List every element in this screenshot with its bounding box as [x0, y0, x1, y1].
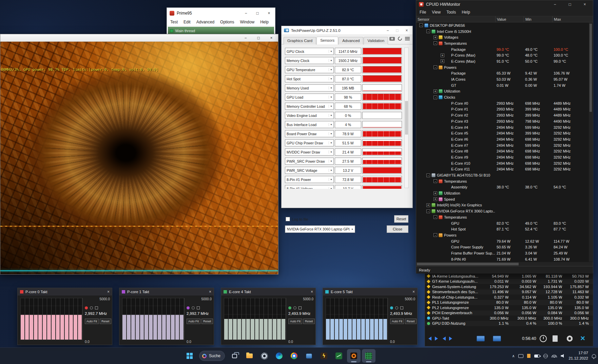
vertical-scrollbar[interactable] [589, 23, 593, 262]
tree-expander-icon[interactable]: - [433, 96, 437, 99]
sensor-tree-row[interactable]: - Intel Core i5 12500H [416, 28, 593, 35]
tree-expander-icon[interactable]: + [441, 59, 444, 63]
close-button[interactable]: × [403, 28, 410, 33]
reset-button[interactable]: Reset [100, 319, 111, 324]
sensor-tree-row[interactable]: P-Core #2 2993 MHz 399 MHz 4489 MHz [416, 112, 593, 118]
sensor-tree-row[interactable]: E-Core #9 2494 MHz 698 MHz 3292 MHz [416, 154, 593, 160]
menu-item[interactable]: Tools [446, 10, 456, 15]
close-button[interactable]: × [268, 36, 275, 40]
sensor-tree-row[interactable]: - Powers [416, 64, 593, 70]
sensor-select[interactable]: Bus Interface Load ▾ [285, 121, 334, 128]
tree-expander-icon[interactable]: - [426, 209, 430, 213]
sensor-tree-row[interactable]: - NVIDIA GeForce RTX 3060 Lapto... [416, 208, 593, 214]
hwinfo-sensor-row[interactable]: Gesamt-System-Leistung 179.253 W 34.562 … [425, 284, 593, 289]
menu-item[interactable]: Test [170, 20, 178, 24]
close-button[interactable]: × [266, 11, 272, 16]
sensor-tree-row[interactable]: + Intel(R) Iris(R) Xe Graphics [416, 202, 593, 208]
clock-tray[interactable]: 17:07 21.12.2022 [568, 350, 588, 361]
minimize-button[interactable]: − [552, 2, 558, 7]
sensor-tree-row[interactable]: E-Core #6 2494 MHz 698 MHz 3292 MHz [416, 136, 593, 142]
sensor-tree-row[interactable]: - DESKTOP-BPJN6S6 [416, 22, 593, 28]
menu-item[interactable]: Window [240, 20, 254, 24]
sensor-select[interactable]: Video Engine Load ▾ [285, 112, 334, 119]
window-titlebar[interactable]: P-core 1 Takt × [119, 288, 214, 296]
close-button[interactable]: × [581, 2, 588, 7]
gpuz-tab[interactable]: Validation [364, 37, 388, 44]
sensor-select[interactable]: GPU Clock ▾ [285, 48, 334, 55]
sensor-select[interactable]: 8-Pin #1 Power ▾ [285, 176, 334, 183]
window-titlebar[interactable]: Prime95 − □ × [167, 8, 275, 18]
sensor-tree-row[interactable]: - GIGABYTE AG470S1TB-SI B10 [416, 172, 593, 178]
hwinfo-sensor-row[interactable]: PL1 Leistungsgrenze 80.0 W 80.0 W 80.0 W… [425, 300, 593, 305]
sensor-select[interactable]: Board Power Draw ▾ [285, 130, 334, 137]
maximize-button[interactable]: □ [254, 11, 261, 16]
clock-icon[interactable] [540, 335, 547, 342]
hwinfo-sensor-row[interactable]: GPU-Takt 300.0 MHz 300.0 MHz 300.0 MHz 3… [425, 316, 593, 321]
minimize-button[interactable]: − [242, 36, 249, 40]
sensor-tree-row[interactable]: Core Power Supply 50.65 W 3.26 W 84.24 W [416, 244, 593, 250]
sensor-select[interactable]: 8-Pin #1 Voltage ▾ [285, 185, 334, 189]
tree-expander-icon[interactable]: - [426, 174, 430, 177]
sensor-tree-row[interactable]: + Utilization [416, 190, 593, 196]
sensor-scrollbar[interactable] [404, 47, 409, 188]
refresh-icon[interactable] [397, 36, 403, 42]
sensor-tree-row[interactable]: P-Core #3 2993 MHz 798 MHz 4490 MHz [416, 118, 593, 124]
tree-expander-icon[interactable]: + [441, 54, 444, 57]
sensor-tree-row[interactable]: - Temperatures [416, 178, 593, 184]
sensor-select[interactable]: Memory Used ▾ [285, 84, 334, 92]
monitor-secondary-icon[interactable] [493, 336, 501, 342]
sensor-tree-row[interactable]: - Temperatures [416, 214, 593, 220]
menu-item[interactable]: View [432, 10, 441, 15]
hwinfo-sensor-row[interactable]: GPU D3D-Nutzung 1.1 % 0.4 % 100.0 % 1.4 … [425, 321, 593, 326]
sensor-tree-row[interactable]: + P-Cores (Max) 99.0 °C 48.0 °C 100.0 °C [416, 52, 593, 58]
tree-expander-icon[interactable]: + [433, 89, 437, 93]
column-min[interactable]: Min [524, 16, 552, 22]
taskbar-app[interactable] [302, 349, 316, 363]
minimize-button[interactable]: − [243, 11, 249, 16]
taskbar-app[interactable] [347, 349, 361, 363]
gpuz-tab[interactable]: Graphics Card [284, 37, 316, 44]
sensor-tree-row[interactable]: GT 0.01 W 0.00 W 1.74 W [416, 82, 593, 88]
hwinfo-tray-icon[interactable] [527, 354, 531, 358]
sensor-tree-row[interactable]: + Utilization [416, 88, 593, 95]
close-icon[interactable]: × [107, 289, 110, 294]
sensor-tree-row[interactable]: P-Core #0 2993 MHz 698 MHz 4489 MHz [416, 100, 593, 106]
hwinfo-sensor-row[interactable]: PL2 Leistungsgrenze 135.0 W 135.0 W 135.… [425, 305, 593, 310]
auto-fit-button[interactable]: Auto Fit [85, 319, 99, 324]
sensor-select[interactable]: PWR_SRC Power Draw ▾ [285, 158, 334, 165]
gpuz-tab[interactable]: Advanced [339, 37, 363, 44]
tree-expander-icon[interactable]: - [433, 233, 437, 237]
menu-item[interactable]: File [420, 10, 426, 15]
window-titlebar[interactable]: E-core 4 Takt × [221, 288, 315, 296]
window-titlebar[interactable]: − □ × [0, 34, 278, 42]
tree-expander-icon[interactable]: - [419, 23, 423, 27]
column-sensor[interactable]: Sensor [416, 16, 495, 22]
sensor-select[interactable]: Memory Controller Load ▾ [285, 103, 334, 110]
sensor-tree-row[interactable]: Assembly 38.0 °C 38.0 °C 54.0 °C [416, 184, 593, 190]
sensor-select[interactable]: PWR_SRC Voltage ▾ [285, 167, 334, 174]
hwinfo-sensor-row[interactable]: Rest-of-Chip-Leistungsa... 0.327 W 0.114… [425, 295, 593, 300]
maximize-button[interactable]: □ [566, 2, 573, 7]
sensor-tree-row[interactable]: 8-PIN #0 71.69 W 6.41 W 108.74 W [416, 256, 593, 262]
menu-item[interactable]: Edit [184, 20, 191, 24]
report-document-icon[interactable] [553, 336, 558, 342]
sensor-select[interactable]: GPU Chip Power Draw ▾ [285, 139, 334, 146]
navigate-arrows-icon[interactable] [428, 336, 438, 341]
settings-gear-icon[interactable] [566, 335, 573, 342]
series-indicators[interactable] [288, 306, 313, 309]
sensor-tree-row[interactable]: GPU 82.0 °C 49.0 °C 83.0 °C [416, 220, 593, 226]
menu-item[interactable]: Options [220, 20, 234, 24]
column-headers[interactable]: Sensor Value Min Max [416, 16, 593, 22]
sensor-tree-row[interactable]: E-Core #5 2494 MHz 399 MHz 3292 MHz [416, 130, 593, 136]
tree-expander-icon[interactable]: + [426, 203, 430, 207]
reset-button[interactable]: Reset [394, 215, 408, 223]
search-pill[interactable]: Suche [199, 351, 225, 361]
window-titlebar[interactable]: P-core 0 Takt × [18, 288, 112, 296]
series-indicators[interactable] [390, 306, 415, 309]
taskbar-app[interactable] [332, 349, 346, 363]
column-value[interactable]: Value [495, 16, 524, 22]
sensor-tree-row[interactable]: + Voltages [416, 34, 593, 40]
auto-fit-button[interactable]: Auto Fit [288, 319, 302, 324]
sensor-tree-row[interactable]: GPU 79.64 W 12.62 W 114.77 W [416, 238, 593, 244]
sensor-tree-row[interactable]: E-Core #10 2494 MHz 698 MHz 3292 MHz [416, 160, 593, 166]
